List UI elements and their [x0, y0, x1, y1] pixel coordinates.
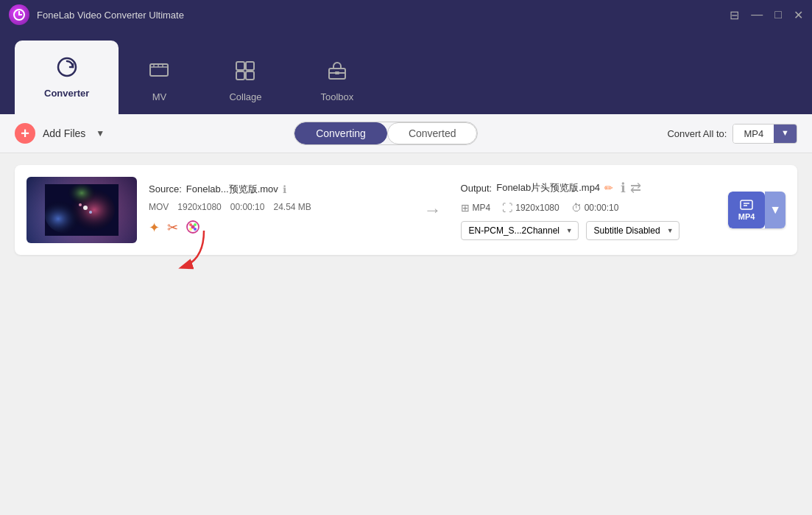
- titlebar: FoneLab Video Converter Ultimate ⊟ — □ ✕: [0, 0, 812, 29]
- thumb-visual: [27, 177, 137, 243]
- file-duration: 00:00:10: [230, 202, 265, 212]
- maximize-button[interactable]: □: [774, 8, 782, 22]
- conversion-arrow: →: [417, 200, 449, 220]
- nav-tabs: Converter MV Collage: [0, 29, 812, 114]
- window-controls: ⊟ — □ ✕: [730, 8, 803, 22]
- source-info-icon[interactable]: ℹ: [283, 183, 286, 195]
- file-area: Source: Fonelab...预览版.mov ℹ MOV 1920x108…: [0, 153, 812, 515]
- mv-icon: [148, 60, 170, 87]
- output-duration-value: 00:00:10: [585, 203, 619, 213]
- output-label: Output:: [461, 183, 493, 194]
- file-thumbnail: [27, 177, 137, 243]
- svg-point-20: [89, 211, 92, 214]
- source-filename: Fonelab...预览版.mov: [186, 183, 278, 196]
- svg-rect-9: [236, 71, 244, 80]
- converter-icon: [56, 56, 78, 83]
- enhance-icon[interactable]: ✦: [149, 220, 160, 238]
- output-info: Output: Fonelab片头预览版.mp4 ✏ ℹ ⇄ ⊞ MP4 ⛶ 1…: [461, 180, 717, 240]
- add-files-plus-button[interactable]: +: [15, 123, 35, 144]
- file-meta: MOV 1920x1080 00:00:10 24.54 MB: [149, 202, 405, 212]
- format-badge[interactable]: MP4: [728, 192, 765, 228]
- format-value: MP4: [733, 125, 774, 143]
- audio-select-wrapper: EN-PCM_S...2Channel: [461, 221, 579, 240]
- toolbar: + Add Files ▼ Converting Converted Conve…: [0, 114, 812, 153]
- svg-rect-7: [236, 62, 244, 70]
- format-badge-wrapper: MP4 ▼: [728, 192, 785, 228]
- palette-icon[interactable]: [186, 220, 200, 238]
- converted-tab[interactable]: Converted: [387, 122, 478, 144]
- tab-toolbox[interactable]: Toolbox: [292, 48, 384, 114]
- output-settings-icon[interactable]: ⇄: [630, 180, 641, 196]
- close-button[interactable]: ✕: [794, 8, 803, 22]
- file-source: Source: Fonelab...预览版.mov ℹ: [149, 183, 405, 196]
- tab-converter[interactable]: Converter: [15, 41, 119, 114]
- resolution-meta-icon: ⛶: [502, 202, 512, 214]
- svg-rect-8: [246, 62, 254, 70]
- arrow-right-icon: →: [424, 200, 442, 220]
- svg-rect-10: [246, 71, 254, 80]
- subtitle-select[interactable]: Subtitle Disabled: [586, 221, 679, 240]
- output-format-meta: ⊞ MP4: [461, 202, 491, 214]
- subtitle-icon[interactable]: ⊟: [730, 8, 739, 22]
- subtitle-select-wrapper: Subtitle Disabled: [586, 221, 679, 240]
- svg-point-17: [63, 184, 100, 214]
- converting-tab[interactable]: Converting: [294, 122, 387, 144]
- tab-toolbox-label: Toolbox: [321, 91, 354, 102]
- svg-rect-13: [335, 71, 339, 74]
- file-format: MOV: [149, 202, 169, 212]
- app-logo: [9, 4, 29, 25]
- tab-mv[interactable]: MV: [119, 48, 200, 114]
- app-title: FoneLab Video Converter Ultimate: [37, 10, 730, 21]
- minimize-button[interactable]: —: [751, 8, 763, 22]
- output-filename: Fonelab片头预览版.mp4: [496, 181, 600, 195]
- output-format-value: MP4: [473, 203, 491, 213]
- cut-icon[interactable]: ✂: [167, 220, 178, 238]
- file-size: 24.54 MB: [273, 202, 311, 212]
- format-dropdown-arrow[interactable]: ▼: [774, 125, 797, 143]
- svg-point-19: [79, 203, 82, 206]
- output-resolution-value: 1920x1080: [515, 203, 559, 213]
- file-actions: ✦ ✂: [149, 220, 405, 238]
- svg-rect-2: [150, 64, 168, 76]
- output-source: Output: Fonelab片头预览版.mp4 ✏ ℹ ⇄: [461, 180, 717, 196]
- add-files-label[interactable]: Add Files: [43, 127, 85, 139]
- svg-rect-28: [741, 200, 752, 209]
- add-files-dropdown-arrow[interactable]: ▼: [96, 128, 105, 139]
- output-info-icon[interactable]: ℹ: [621, 180, 626, 196]
- tab-collage-label: Collage: [229, 91, 261, 102]
- audio-track-select[interactable]: EN-PCM_S...2Channel: [461, 221, 579, 240]
- toolbox-icon: [326, 60, 348, 87]
- tab-mv-label: MV: [152, 91, 167, 102]
- convert-all-to-label: Convert All to:: [667, 128, 727, 139]
- tab-converter-label: Converter: [44, 88, 89, 99]
- output-duration-meta: ⏱ 00:00:10: [571, 202, 619, 214]
- output-meta: ⊞ MP4 ⛶ 1920x1080 ⏱ 00:00:10: [461, 202, 717, 214]
- format-badge-arrow-icon: ▼: [769, 203, 781, 217]
- grid-meta-icon: ⊞: [461, 202, 470, 214]
- file-info: Source: Fonelab...预览版.mov ℹ MOV 1920x108…: [149, 183, 405, 238]
- clock-meta-icon: ⏱: [571, 202, 582, 214]
- edit-output-icon[interactable]: ✏: [604, 182, 613, 194]
- source-label: Source:: [149, 183, 182, 195]
- convert-all-to-section: Convert All to: MP4 ▼: [667, 124, 797, 144]
- file-item: Source: Fonelab...预览版.mov ℹ MOV 1920x108…: [15, 165, 797, 255]
- tab-collage[interactable]: Collage: [200, 48, 291, 114]
- output-resolution-meta: ⛶ 1920x1080: [502, 202, 559, 214]
- format-selector[interactable]: MP4 ▼: [732, 124, 797, 144]
- svg-point-18: [83, 206, 88, 210]
- format-badge-dropdown[interactable]: ▼: [765, 192, 785, 228]
- main-wrapper: + Add Files ▼ Converting Converted Conve…: [0, 114, 812, 515]
- output-selects: EN-PCM_S...2Channel Subtitle Disabled: [461, 221, 717, 240]
- collage-icon: [234, 60, 256, 87]
- format-badge-text: MP4: [738, 212, 755, 221]
- file-resolution: 1920x1080: [177, 202, 221, 212]
- svg-point-26: [191, 225, 195, 228]
